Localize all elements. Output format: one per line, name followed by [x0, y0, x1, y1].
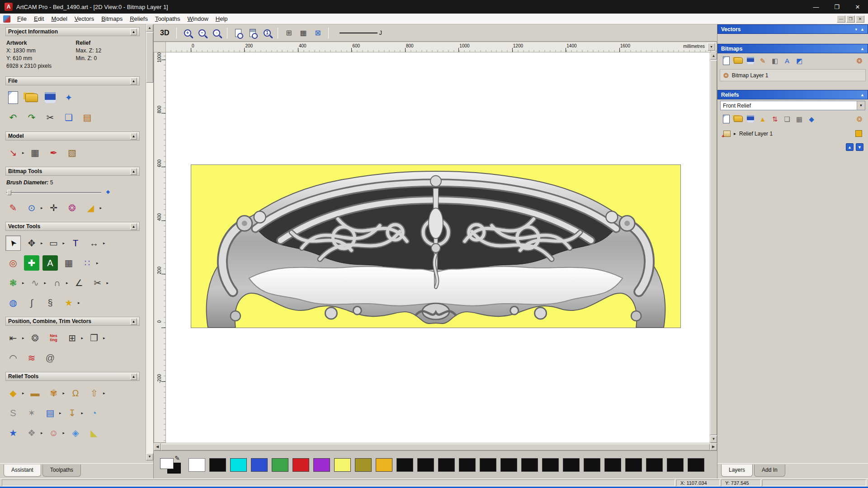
- text-block-icon[interactable]: A: [42, 255, 58, 271]
- fit-arcs-icon[interactable]: ◠: [5, 350, 21, 366]
- create-offset-icon[interactable]: ◎: [5, 255, 21, 271]
- paste-along-curve-flyout[interactable]: ▸: [96, 261, 99, 265]
- paste-along-curve-icon[interactable]: ∷: [80, 255, 95, 271]
- interactive-sculpting-icon[interactable]: ◔: [86, 405, 102, 421]
- edit-relief-icon[interactable]: ✒: [46, 145, 61, 160]
- vertical-scrollbar[interactable]: ▲ ▼: [710, 52, 717, 443]
- load-reference-image-icon[interactable]: ▧: [65, 145, 80, 160]
- tab-toolpaths[interactable]: Toolpaths: [42, 465, 81, 477]
- zoom-box-button[interactable]: ▫: [210, 27, 222, 39]
- set-model-size-icon[interactable]: ↘: [5, 145, 21, 160]
- menu-edit[interactable]: Edit: [30, 14, 47, 23]
- slider-handle[interactable]: [7, 190, 11, 195]
- menu-reliefs[interactable]: Reliefs: [126, 14, 151, 23]
- reliefs-collapse-button[interactable]: ▲: [860, 93, 864, 97]
- new-relief-icon[interactable]: [721, 113, 731, 124]
- scroll-right-button[interactable]: ▶: [710, 443, 717, 450]
- fit-vectors-to-bitmap-icon[interactable]: ▦: [61, 255, 76, 271]
- measure-flyout[interactable]: ▸: [103, 241, 105, 245]
- scroll-down-button[interactable]: ▼: [146, 453, 153, 460]
- bitmap-contrast-icon[interactable]: ◧: [769, 55, 780, 66]
- new-bitmap-icon[interactable]: [721, 55, 731, 66]
- child-minimize-button[interactable]: —: [837, 15, 845, 23]
- bitmap-protect-icon[interactable]: ◩: [794, 55, 805, 66]
- tab-assistant[interactable]: Assistant: [4, 465, 41, 477]
- bitmap-layer-row[interactable]: ❂ Bitmap Layer 1: [720, 69, 866, 81]
- undo-icon[interactable]: ↶: [5, 110, 21, 125]
- node-editing-flyout[interactable]: ▸: [66, 281, 68, 285]
- transform-vectors-icon[interactable]: ✥: [24, 235, 39, 251]
- relief-wizard-icon[interactable]: ▲: [757, 113, 768, 124]
- trim-vectors-icon[interactable]: ✂: [90, 275, 105, 291]
- bitmap-text-icon[interactable]: A: [782, 55, 793, 66]
- palette-swatch-19[interactable]: [584, 458, 600, 472]
- save-relief-icon[interactable]: [745, 113, 756, 124]
- menu-model[interactable]: Model: [47, 14, 71, 23]
- adjust-model-icon[interactable]: ▦: [28, 145, 43, 160]
- relief-layer-colour-icon[interactable]: [855, 130, 862, 137]
- measure-icon[interactable]: ↔: [86, 235, 102, 251]
- paste-relief-along-curve-icon[interactable]: ↧: [65, 405, 80, 421]
- menu-window[interactable]: Window: [184, 14, 212, 23]
- sculpting-icon[interactable]: ✾: [46, 385, 61, 401]
- menu-file[interactable]: File: [14, 14, 30, 23]
- magic-wand-flyout[interactable]: ▸: [78, 300, 80, 305]
- vectors-pin-button[interactable]: ▾: [855, 27, 858, 32]
- relief-set-combobox[interactable]: Front Relief ▼: [720, 101, 865, 110]
- palette-swatch-15[interactable]: [500, 458, 517, 472]
- palette-swatch-2[interactable]: [230, 458, 247, 472]
- offset-relief-flyout[interactable]: ▸: [59, 411, 61, 415]
- scroll-down-button[interactable]: ▼: [710, 436, 717, 443]
- zoom-out-button[interactable]: −: [196, 27, 208, 39]
- scroll-left-button[interactable]: ◀: [154, 443, 161, 450]
- vector-doctor-icon[interactable]: ✚: [24, 255, 39, 271]
- palette-swatch-3[interactable]: [251, 458, 268, 472]
- palette-swatch-1[interactable]: [209, 458, 226, 472]
- palette-swatch-11[interactable]: [417, 458, 434, 472]
- collapse-bitmap-tools-button[interactable]: ▲: [130, 168, 137, 175]
- relief-colours-icon[interactable]: ❂: [854, 113, 865, 124]
- scrollbar-thumb[interactable]: [161, 444, 710, 450]
- child-close-button[interactable]: ✕: [856, 15, 864, 23]
- toggle-grid-button[interactable]: ▦: [297, 27, 309, 39]
- bitmaps-panel-header[interactable]: Bitmaps ▲: [717, 44, 868, 53]
- collapse-vector-tools-button[interactable]: ▲: [130, 223, 137, 230]
- tab-layers[interactable]: Layers: [721, 465, 753, 477]
- paste-relief-along-curve-flyout[interactable]: ▸: [81, 411, 84, 415]
- copy-icon[interactable]: ❏: [61, 110, 76, 125]
- paste-icon[interactable]: ▤: [80, 110, 95, 125]
- line-width-preview-widget[interactable]: J: [340, 29, 382, 36]
- zoom-fit-objects-button[interactable]: [246, 27, 259, 39]
- palette-swatch-16[interactable]: [521, 458, 538, 472]
- zoom-100-button[interactable]: 1: [261, 27, 273, 39]
- extrude-icon[interactable]: ⇧: [86, 385, 102, 401]
- circular-copy-icon[interactable]: ❂: [28, 330, 43, 346]
- combo-dropdown-button[interactable]: ▼: [857, 101, 865, 110]
- block-copy-icon[interactable]: ⊞: [65, 330, 80, 346]
- collapse-relief-tools-button[interactable]: ▲: [130, 373, 137, 380]
- close-button[interactable]: ✕: [847, 0, 868, 14]
- palette-swatch-24[interactable]: [688, 458, 704, 472]
- view-3d-button[interactable]: 3D: [157, 28, 172, 38]
- menu-help[interactable]: Help: [212, 14, 231, 23]
- palette-swatch-4[interactable]: [272, 458, 288, 472]
- palette-swatch-6[interactable]: [313, 458, 330, 472]
- relief-layer-expand[interactable]: ▸: [734, 131, 736, 136]
- weave-relief-icon[interactable]: ✶: [24, 405, 39, 421]
- emboss-wizard-icon[interactable]: ❖: [24, 425, 39, 441]
- scrollbar-thumb[interactable]: [146, 32, 153, 83]
- reliefs-panel-header[interactable]: Reliefs ▲: [717, 90, 868, 99]
- save-model-icon[interactable]: [42, 90, 58, 105]
- create-wave-icon[interactable]: ∿: [28, 275, 43, 291]
- document-icon[interactable]: [3, 15, 10, 23]
- palette-swatch-22[interactable]: [646, 458, 663, 472]
- zoom-fit-page-button[interactable]: [232, 27, 244, 39]
- relief-note-icon[interactable]: ❏: [782, 113, 793, 124]
- palette-swatch-5[interactable]: [292, 458, 309, 472]
- bitmap-paint-icon[interactable]: ✎: [757, 55, 768, 66]
- layer-move-down-button[interactable]: ▼: [856, 143, 863, 151]
- relief-transfer-icon[interactable]: ⇅: [769, 113, 780, 124]
- smooth-relief-icon[interactable]: ▬: [28, 385, 43, 401]
- tab-add-in[interactable]: Add In: [754, 465, 785, 477]
- save-bitmap-icon[interactable]: [745, 55, 756, 66]
